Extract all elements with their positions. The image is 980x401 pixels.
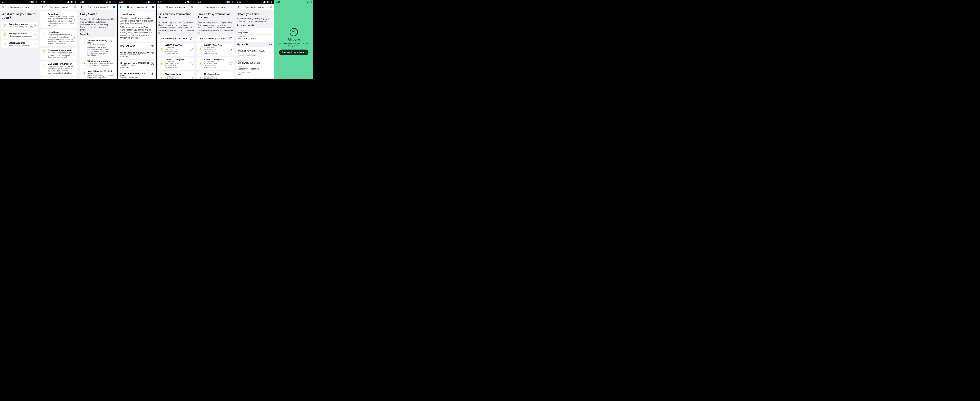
- screen-savings-list: 7:00 .ıl 4G Open a new account Easy Save…: [39, 0, 78, 79]
- benefit-title: Save without the BS (Bank Stuff): [88, 70, 114, 74]
- success-check-icon: [290, 28, 298, 36]
- field-label: Name: [238, 48, 271, 50]
- info-icon[interactable]: [151, 44, 154, 48]
- close-icon[interactable]: [112, 5, 116, 9]
- page-heading: Link an Easy Transaction Account: [158, 13, 194, 19]
- close-icon[interactable]: [151, 5, 155, 9]
- screen-link-account: 5:44 .ıl 4G Open a new account Link an E…: [157, 0, 196, 79]
- product-intro: Our most flexible savings account with a…: [80, 18, 116, 31]
- benefit-row: Variable introductory rateEarn a higher …: [81, 38, 115, 59]
- info-icon[interactable]: [229, 37, 232, 40]
- edit-link[interactable]: Edit: [269, 43, 272, 46]
- field-value: JESSICA QUYNH NHU DANG: [238, 50, 271, 52]
- field-value: 169: [238, 74, 271, 76]
- battery-icon: [190, 1, 194, 3]
- option-desc: An online savings account that rewards y…: [48, 52, 75, 59]
- savings-option[interactable]: Gold Term DepositPut your money away for…: [40, 77, 77, 79]
- option-everyday[interactable]: Everyday accounts Access your money day-…: [1, 22, 38, 30]
- radio-icon[interactable]: [190, 62, 193, 65]
- account-option[interactable]: $CREDIT CARD (MINE)000-000 000BANKWEST E…: [158, 57, 194, 70]
- nav-bar: Open a new account: [78, 4, 117, 10]
- close-icon[interactable]: [191, 5, 194, 9]
- field-value: SOFTWARE DESIGNER: [238, 62, 271, 64]
- savings-option[interactable]: Bankwest Term DepositOur Bankwest Term D…: [40, 61, 77, 76]
- chevron-icon: [34, 43, 37, 46]
- battery-icon: [73, 1, 76, 3]
- account-balance: Balance $10.32: [204, 67, 228, 69]
- option-title: Easy Saver: [48, 13, 75, 15]
- account-type: BANKWEST EASY TRANSACTION: [204, 48, 228, 52]
- account-number: 000-000 000: [204, 46, 228, 48]
- account-option[interactable]: $WANTS (Easy Tran)000-000 000BANKWEST EA…: [158, 43, 194, 56]
- savings-option[interactable]: Hero SaverThe perfect partner to reachin…: [40, 29, 77, 46]
- back-icon[interactable]: [197, 5, 201, 9]
- battery-icon: [269, 1, 272, 3]
- product-heading: Easy Saver: [80, 13, 116, 16]
- success-subtitle: Your new account is now open and ready t…: [276, 43, 311, 47]
- info-icon[interactable]: [151, 73, 154, 75]
- status-bar: 7:00 .ıl 4G: [39, 0, 78, 4]
- status-time: 7:00: [41, 1, 45, 3]
- info-icon[interactable]: [190, 37, 193, 40]
- account-option[interactable]: $Ms Jessica Dang000-000 000BANKWEST EASY…: [197, 71, 234, 79]
- status-bar: 5:45 .ıl 4G: [235, 0, 274, 4]
- option-title: Hero Saver: [48, 31, 75, 33]
- option-title: Everyday accounts: [9, 23, 33, 25]
- option-desc: Save on home loan interest.: [9, 44, 30, 47]
- info-icon[interactable]: [151, 52, 154, 54]
- back-icon[interactable]: [158, 5, 162, 9]
- piggy-icon: [42, 49, 46, 54]
- radio-icon[interactable]: [190, 48, 193, 51]
- status-signal: ᯤ 74: [307, 1, 312, 3]
- close-icon[interactable]: [73, 5, 76, 9]
- radio-icon[interactable]: [229, 48, 232, 51]
- status-bar: 5:44 .ıl 4G: [0, 0, 39, 4]
- offset-icon: [3, 42, 7, 46]
- status-signal: .ıl 4G: [146, 1, 150, 3]
- account-option[interactable]: $Ms Jessica Dang000-000 000BANKWEST EASY…: [158, 71, 194, 79]
- option-title: Gold Term Deposit: [48, 79, 75, 79]
- status-time: 5:45: [197, 1, 202, 3]
- battery-icon: [33, 1, 37, 3]
- dollar-icon: $: [199, 62, 203, 66]
- option-desc: The perfect partner to reaching your goa…: [48, 34, 75, 44]
- account-option[interactable]: $WANTS (Easy Tran)000-000 000BANKWEST EA…: [197, 43, 234, 56]
- info-icon[interactable]: [111, 40, 114, 42]
- account-option[interactable]: $CREDIT CARD (MINE)000-000 000BANKWEST E…: [197, 57, 234, 70]
- benefit-desc: No minimum opening balance or minimum mo…: [88, 74, 114, 79]
- savings-option[interactable]: Bankwest Smart eSaverAn online savings a…: [40, 48, 77, 60]
- back-icon[interactable]: [237, 5, 240, 9]
- close-icon[interactable]: [269, 5, 272, 9]
- close-icon[interactable]: [230, 5, 233, 9]
- account-type: BANKWEST EASY TRANSACTION: [165, 48, 188, 52]
- back-icon[interactable]: [119, 5, 123, 9]
- nav-title: Open a new account: [201, 6, 230, 8]
- field-value: WANTS (Easy Tran): [238, 37, 271, 40]
- savings-option[interactable]: Easy SaverOur most flexible savings acco…: [40, 11, 77, 28]
- chevron-icon: [73, 67, 76, 70]
- back-icon[interactable]: [41, 5, 44, 9]
- status-bar: 5:45 .ıl 4G: [196, 0, 235, 4]
- nav-bar: Open a new account: [157, 4, 196, 10]
- nav-bar: Open a new account: [235, 4, 274, 10]
- status-time: 5:44: [158, 1, 162, 3]
- chevron-icon: [73, 18, 76, 21]
- info-icon[interactable]: [151, 62, 154, 65]
- status-bar: 5:44 .ıl 4G: [157, 0, 196, 4]
- radio-icon[interactable]: [229, 76, 232, 79]
- nav-title: Open a new account: [5, 6, 34, 8]
- radio-icon[interactable]: [190, 76, 193, 79]
- page-heading: Before you finish: [237, 13, 272, 16]
- continue-button[interactable]: Continue to my accounts: [279, 49, 308, 55]
- status-bar: 2:04 ᯤ 74: [274, 0, 313, 4]
- piggy-icon: [42, 31, 46, 35]
- chevron-icon: [34, 33, 37, 36]
- account-name: WANTS (Easy Tran): [165, 44, 188, 46]
- option-offset[interactable]: Offset accounts Save on home loan intere…: [1, 40, 38, 48]
- close-icon[interactable]: [2, 5, 5, 9]
- option-savings[interactable]: Savings accounts Hit your savings goals …: [1, 31, 38, 39]
- field-value: j.dang@outlook.com.au: [238, 68, 271, 70]
- radio-icon[interactable]: [229, 62, 232, 65]
- battery-icon: [151, 1, 155, 3]
- back-icon[interactable]: [80, 5, 83, 9]
